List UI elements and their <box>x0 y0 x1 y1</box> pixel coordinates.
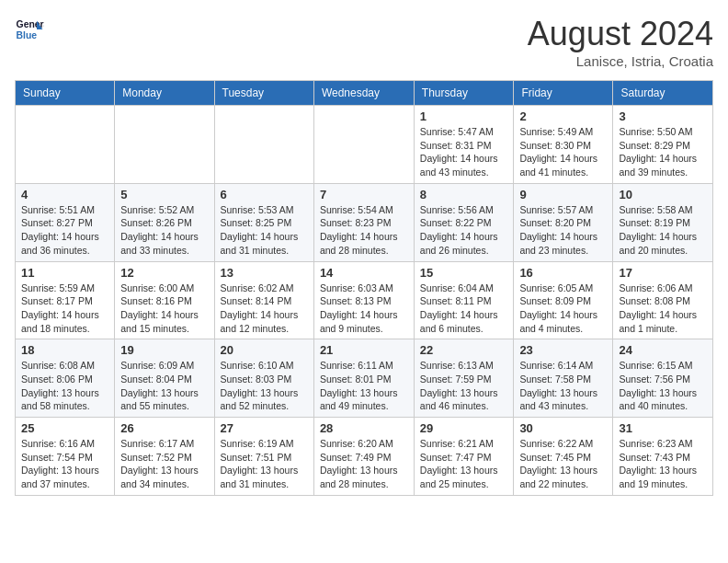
day-number: 5 <box>120 188 208 201</box>
calendar-cell <box>16 106 115 184</box>
week-row-5: 25Sunrise: 6:16 AM Sunset: 7:54 PM Dayli… <box>16 418 713 496</box>
day-info: Sunrise: 6:16 AM Sunset: 7:54 PM Dayligh… <box>21 437 108 491</box>
days-of-week-row: SundayMondayTuesdayWednesdayThursdayFrid… <box>16 81 713 106</box>
day-number: 3 <box>619 109 707 123</box>
day-number: 31 <box>619 421 707 435</box>
day-number: 8 <box>420 188 508 201</box>
day-number: 4 <box>21 188 108 201</box>
dow-header-thursday: Thursday <box>414 81 514 106</box>
day-info: Sunrise: 5:49 AM Sunset: 8:30 PM Dayligh… <box>519 125 607 179</box>
calendar-cell: 16Sunrise: 6:05 AM Sunset: 8:09 PM Dayli… <box>514 261 613 339</box>
day-info: Sunrise: 5:57 AM Sunset: 8:20 PM Dayligh… <box>519 203 607 258</box>
week-row-4: 18Sunrise: 6:08 AM Sunset: 8:06 PM Dayli… <box>16 339 713 418</box>
day-info: Sunrise: 5:56 AM Sunset: 8:22 PM Dayligh… <box>420 203 508 258</box>
week-row-3: 11Sunrise: 5:59 AM Sunset: 8:17 PM Dayli… <box>16 261 713 339</box>
day-number: 24 <box>619 343 707 357</box>
day-info: Sunrise: 6:23 AM Sunset: 7:43 PM Dayligh… <box>619 437 707 491</box>
day-info: Sunrise: 6:06 AM Sunset: 8:08 PM Dayligh… <box>619 282 707 336</box>
day-info: Sunrise: 6:20 AM Sunset: 7:49 PM Dayligh… <box>320 437 408 491</box>
day-number: 23 <box>519 343 607 357</box>
day-number: 15 <box>420 266 508 280</box>
calendar-cell: 31Sunrise: 6:23 AM Sunset: 7:43 PM Dayli… <box>613 418 713 496</box>
week-row-1: 1Sunrise: 5:47 AM Sunset: 8:31 PM Daylig… <box>16 106 713 184</box>
day-info: Sunrise: 5:53 AM Sunset: 8:25 PM Dayligh… <box>221 203 308 258</box>
calendar-cell: 17Sunrise: 6:06 AM Sunset: 8:08 PM Dayli… <box>613 261 713 339</box>
day-number: 12 <box>120 266 208 280</box>
page-header: General Blue August 2024 Lanisce, Istria… <box>15 15 713 69</box>
day-info: Sunrise: 6:05 AM Sunset: 8:09 PM Dayligh… <box>519 282 607 336</box>
calendar-cell: 13Sunrise: 6:02 AM Sunset: 8:14 PM Dayli… <box>214 261 313 339</box>
day-number: 6 <box>221 188 308 201</box>
day-info: Sunrise: 6:04 AM Sunset: 8:11 PM Dayligh… <box>420 282 508 336</box>
calendar-cell: 15Sunrise: 6:04 AM Sunset: 8:11 PM Dayli… <box>414 261 514 339</box>
day-number: 14 <box>320 266 408 280</box>
svg-text:Blue: Blue <box>17 30 38 40</box>
calendar-cell: 3Sunrise: 5:50 AM Sunset: 8:29 PM Daylig… <box>613 106 713 184</box>
calendar-cell: 23Sunrise: 6:14 AM Sunset: 7:58 PM Dayli… <box>514 339 613 418</box>
day-info: Sunrise: 6:21 AM Sunset: 7:47 PM Dayligh… <box>420 437 508 491</box>
calendar-cell: 30Sunrise: 6:22 AM Sunset: 7:45 PM Dayli… <box>514 418 613 496</box>
day-info: Sunrise: 5:58 AM Sunset: 8:19 PM Dayligh… <box>619 203 707 258</box>
day-info: Sunrise: 6:09 AM Sunset: 8:04 PM Dayligh… <box>120 359 208 413</box>
dow-header-wednesday: Wednesday <box>313 81 414 106</box>
day-info: Sunrise: 5:47 AM Sunset: 8:31 PM Dayligh… <box>420 125 508 179</box>
day-info: Sunrise: 6:00 AM Sunset: 8:16 PM Dayligh… <box>120 282 208 336</box>
calendar-cell: 27Sunrise: 6:19 AM Sunset: 7:51 PM Dayli… <box>214 418 313 496</box>
day-info: Sunrise: 5:51 AM Sunset: 8:27 PM Dayligh… <box>21 203 108 258</box>
calendar-cell: 18Sunrise: 6:08 AM Sunset: 8:06 PM Dayli… <box>16 339 115 418</box>
calendar-cell: 24Sunrise: 6:15 AM Sunset: 7:56 PM Dayli… <box>613 339 713 418</box>
calendar-cell: 22Sunrise: 6:13 AM Sunset: 7:59 PM Dayli… <box>414 339 514 418</box>
day-number: 18 <box>21 343 108 357</box>
calendar-cell: 14Sunrise: 6:03 AM Sunset: 8:13 PM Dayli… <box>313 261 414 339</box>
calendar-cell: 8Sunrise: 5:56 AM Sunset: 8:22 PM Daylig… <box>414 183 514 261</box>
calendar-cell: 10Sunrise: 5:58 AM Sunset: 8:19 PM Dayli… <box>613 183 713 261</box>
day-info: Sunrise: 6:11 AM Sunset: 8:01 PM Dayligh… <box>320 359 408 413</box>
day-number: 21 <box>320 343 408 357</box>
calendar-cell: 20Sunrise: 6:10 AM Sunset: 8:03 PM Dayli… <box>214 339 313 418</box>
logo: General Blue <box>15 15 44 44</box>
calendar-cell: 5Sunrise: 5:52 AM Sunset: 8:26 PM Daylig… <box>115 183 214 261</box>
day-number: 30 <box>519 421 607 435</box>
day-number: 17 <box>619 266 707 280</box>
day-info: Sunrise: 6:13 AM Sunset: 7:59 PM Dayligh… <box>420 359 508 413</box>
day-info: Sunrise: 5:52 AM Sunset: 8:26 PM Dayligh… <box>120 203 208 258</box>
calendar-cell <box>313 106 414 184</box>
day-info: Sunrise: 6:19 AM Sunset: 7:51 PM Dayligh… <box>221 437 308 491</box>
day-number: 27 <box>221 421 308 435</box>
calendar-cell: 26Sunrise: 6:17 AM Sunset: 7:52 PM Dayli… <box>115 418 214 496</box>
dow-header-tuesday: Tuesday <box>214 81 313 106</box>
calendar-cell <box>214 106 313 184</box>
week-row-2: 4Sunrise: 5:51 AM Sunset: 8:27 PM Daylig… <box>16 183 713 261</box>
calendar-table: SundayMondayTuesdayWednesdayThursdayFrid… <box>15 80 713 496</box>
calendar-cell: 7Sunrise: 5:54 AM Sunset: 8:23 PM Daylig… <box>313 183 414 261</box>
day-number: 22 <box>420 343 508 357</box>
title-area: August 2024 Lanisce, Istria, Croatia <box>528 15 713 69</box>
month-title: August 2024 <box>528 15 713 53</box>
day-info: Sunrise: 5:59 AM Sunset: 8:17 PM Dayligh… <box>21 282 108 336</box>
day-info: Sunrise: 6:08 AM Sunset: 8:06 PM Dayligh… <box>21 359 108 413</box>
day-number: 11 <box>21 266 108 280</box>
calendar-cell: 6Sunrise: 5:53 AM Sunset: 8:25 PM Daylig… <box>214 183 313 261</box>
day-number: 13 <box>221 266 308 280</box>
calendar-cell: 12Sunrise: 6:00 AM Sunset: 8:16 PM Dayli… <box>115 261 214 339</box>
day-number: 7 <box>320 188 408 201</box>
location-subtitle: Lanisce, Istria, Croatia <box>528 53 713 69</box>
day-info: Sunrise: 6:02 AM Sunset: 8:14 PM Dayligh… <box>221 282 308 336</box>
calendar-cell: 9Sunrise: 5:57 AM Sunset: 8:20 PM Daylig… <box>514 183 613 261</box>
dow-header-monday: Monday <box>115 81 214 106</box>
day-number: 19 <box>120 343 208 357</box>
day-number: 10 <box>619 188 707 201</box>
calendar-cell: 25Sunrise: 6:16 AM Sunset: 7:54 PM Dayli… <box>16 418 115 496</box>
day-number: 25 <box>21 421 108 435</box>
day-number: 20 <box>221 343 308 357</box>
day-info: Sunrise: 6:17 AM Sunset: 7:52 PM Dayligh… <box>120 437 208 491</box>
calendar-cell <box>115 106 214 184</box>
calendar-cell: 28Sunrise: 6:20 AM Sunset: 7:49 PM Dayli… <box>313 418 414 496</box>
day-info: Sunrise: 6:14 AM Sunset: 7:58 PM Dayligh… <box>519 359 607 413</box>
day-number: 16 <box>519 266 607 280</box>
day-number: 1 <box>420 109 508 123</box>
dow-header-friday: Friday <box>514 81 613 106</box>
calendar-cell: 21Sunrise: 6:11 AM Sunset: 8:01 PM Dayli… <box>313 339 414 418</box>
day-number: 9 <box>519 188 607 201</box>
day-info: Sunrise: 6:10 AM Sunset: 8:03 PM Dayligh… <box>221 359 308 413</box>
